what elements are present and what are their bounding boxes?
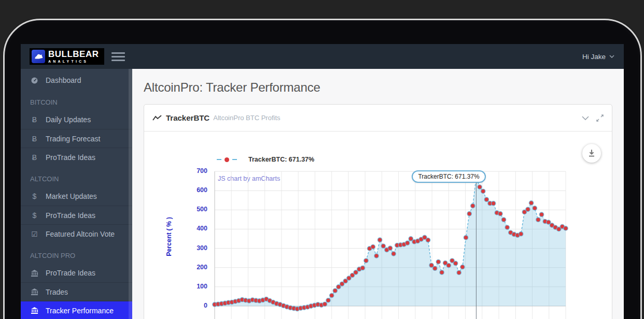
legend-marker-dash bbox=[217, 159, 221, 160]
sidebar-item-market-updates[interactable]: $Market Updates bbox=[21, 187, 132, 206]
chart-plot[interactable] bbox=[144, 168, 612, 319]
sidebar-item-label: Market Updates bbox=[46, 192, 97, 200]
y-axis-label: 500 bbox=[175, 206, 207, 213]
top-bar: BULLBEAR ANALYTICS Hi Jake bbox=[21, 44, 624, 69]
sidebar-section-altcoin: ALTCOIN bbox=[21, 166, 132, 187]
content-area: DashboardBITCOINɃDaily UpdatesɃTrading F… bbox=[21, 69, 624, 319]
sidebar-item-tracker-performance[interactable]: Tracker Performance bbox=[21, 301, 132, 319]
bitcoin-icon: Ƀ bbox=[30, 116, 39, 123]
line-chart-icon bbox=[152, 114, 162, 122]
dollar-icon: $ bbox=[30, 193, 39, 200]
legend-marker-dash bbox=[232, 159, 237, 160]
main-panel: AltcoinPro: Tracker Performance TrackerB… bbox=[132, 69, 624, 319]
collapse-chevron-icon[interactable] bbox=[582, 114, 589, 122]
download-chart-button[interactable] bbox=[582, 144, 601, 163]
sidebar-item-label: Tracker Performance bbox=[46, 307, 114, 315]
sidebar-item-label: Dashboard bbox=[46, 76, 81, 84]
bank-icon bbox=[30, 307, 39, 314]
sidebar-item-trading-forecast[interactable]: ɃTrading Forecast bbox=[21, 129, 132, 148]
bullbear-logo-icon bbox=[32, 50, 45, 63]
legend-marker-dot bbox=[225, 157, 229, 162]
gauge-icon bbox=[30, 77, 39, 84]
sidebar-item-protrade-ideas[interactable]: $ProTrade Ideas bbox=[21, 206, 132, 224]
brand-name: BULLBEAR bbox=[48, 50, 99, 59]
y-axis-label: 700 bbox=[175, 167, 207, 175]
bank-icon bbox=[30, 269, 39, 277]
sidebar-item-dashboard[interactable]: Dashboard bbox=[21, 71, 132, 90]
sidebar-nav: DashboardBITCOINɃDaily UpdatesɃTrading F… bbox=[21, 69, 132, 319]
y-axis-label: 300 bbox=[175, 244, 207, 252]
y-axis-label: 100 bbox=[175, 283, 207, 290]
sidebar-section-bitcoin: BITCOIN bbox=[21, 90, 132, 110]
tablet-screen: BULLBEAR ANALYTICS Hi Jake DashboardBITC… bbox=[21, 44, 624, 319]
sidebar-item-label: ProTrade Ideas bbox=[46, 153, 95, 162]
sidebar-item-protrade-ideas[interactable]: ProTrade Ideas bbox=[21, 264, 132, 282]
bitcoin-icon: Ƀ bbox=[30, 154, 39, 161]
sidebar-item-label: ProTrade Ideas bbox=[46, 269, 95, 277]
sidebar-item-label: Trades bbox=[46, 288, 68, 296]
chevron-down-icon bbox=[609, 55, 614, 58]
sidebar-section-altcoin-pro: ALTCOIN PRO bbox=[21, 243, 132, 264]
sidebar-item-daily-updates[interactable]: ɃDaily Updates bbox=[21, 110, 132, 129]
download-icon bbox=[587, 149, 596, 157]
bear-silhouette bbox=[33, 51, 44, 62]
sidebar-item-label: ProTrade Ideas bbox=[46, 211, 95, 220]
chart-tooltip: TrackerBTC: 671.37% bbox=[412, 170, 485, 183]
bank-icon bbox=[30, 288, 39, 296]
user-greeting: Hi Jake bbox=[582, 53, 606, 61]
brand-logo[interactable]: BULLBEAR ANALYTICS bbox=[30, 48, 104, 65]
bitcoin-icon: Ƀ bbox=[30, 135, 39, 142]
sidebar-item-trades[interactable]: Trades bbox=[21, 282, 132, 301]
tablet-frame: BULLBEAR ANALYTICS Hi Jake DashboardBITC… bbox=[3, 19, 642, 319]
panel-subtitle: AltcoinPro BTC Profits bbox=[213, 114, 280, 122]
expand-icon[interactable] bbox=[596, 114, 604, 122]
chart-panel-header: TrackerBTC AltcoinPro BTC Profits bbox=[144, 105, 612, 132]
sidebar-item-label: Daily Updates bbox=[46, 115, 91, 124]
y-axis-label: 400 bbox=[175, 225, 207, 232]
panel-title: TrackerBTC bbox=[166, 113, 209, 122]
sidebar: DashboardBITCOINɃDaily UpdatesɃTrading F… bbox=[21, 69, 132, 319]
sidebar-scrollbar[interactable] bbox=[129, 69, 132, 319]
chart-legend-item[interactable]: TrackerBTC: 671.37% bbox=[217, 156, 314, 163]
brand-tagline: ANALYTICS bbox=[48, 60, 99, 63]
sidebar-item-featured-altcoin-vote[interactable]: ☑Featured Altcoin Vote bbox=[21, 224, 132, 243]
y-axis-label: 600 bbox=[175, 186, 207, 194]
user-menu[interactable]: Hi Jake bbox=[582, 44, 614, 69]
sidebar-item-label: Trading Forecast bbox=[46, 135, 100, 143]
y-axis-label: 200 bbox=[175, 264, 207, 271]
y-axis-label: 0 bbox=[175, 302, 207, 309]
legend-label: TrackerBTC: 671.37% bbox=[248, 156, 314, 163]
chart-panel: TrackerBTC AltcoinPro BTC Profits bbox=[144, 104, 612, 319]
hamburger-menu-icon[interactable] bbox=[111, 51, 125, 62]
check-square-icon: ☑ bbox=[30, 230, 39, 238]
page-title: AltcoinPro: Tracker Performance bbox=[144, 80, 612, 95]
sidebar-item-label: Featured Altcoin Vote bbox=[46, 230, 115, 238]
dollar-icon: $ bbox=[30, 212, 39, 219]
sidebar-item-protrade-ideas[interactable]: ɃProTrade Ideas bbox=[21, 148, 132, 166]
chart-area: TrackerBTC: 671.37% Percent ( % ) JS cha… bbox=[144, 132, 612, 319]
